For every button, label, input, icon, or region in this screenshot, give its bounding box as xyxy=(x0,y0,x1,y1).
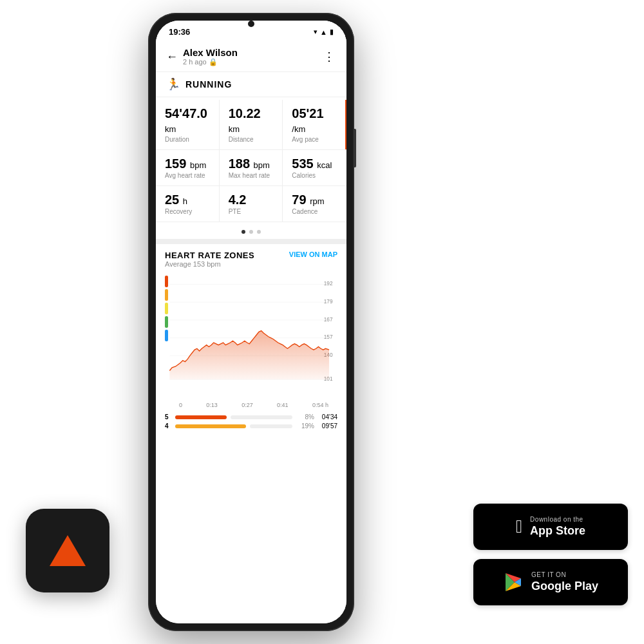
x-label-41: 0:41 xyxy=(277,402,289,408)
bottom-zones: 5 8% 04'34 4 19% 09'57 xyxy=(156,411,346,434)
stat-cadence: 79 rpm Cadence xyxy=(283,186,346,222)
app-content: 19:36 ▾ ▲ ▮ ← Alex Wilson 2 h ago 🔒 xyxy=(156,21,346,623)
zone-5-indicator xyxy=(175,415,227,419)
stat-distance-value: 10.22 km xyxy=(229,106,274,135)
phone-mockup: 19:36 ▾ ▲ ▮ ← Alex Wilson 2 h ago 🔒 xyxy=(148,13,354,631)
stat-max-hr-label: Max heart rate xyxy=(229,172,274,179)
stat-recovery-value: 25 h xyxy=(165,193,210,207)
zone5-bar xyxy=(165,276,168,287)
app-store-button[interactable]:  Download on the App Store xyxy=(473,504,628,550)
stat-pte-label: PTE xyxy=(229,208,274,215)
app-store-sub: Download on the xyxy=(530,515,585,524)
svg-text:157: 157 xyxy=(324,334,333,340)
stat-cadence-value: 79 rpm xyxy=(292,193,337,207)
app-store-main: App Store xyxy=(530,524,585,538)
apple-icon:  xyxy=(516,516,522,537)
zone-row-4: 4 19% 09'57 xyxy=(165,422,337,430)
x-label-54: 0:54 h xyxy=(312,402,328,408)
stat-duration-value: 54'47.0 km xyxy=(165,106,210,135)
wifi-icon: ▾ xyxy=(314,28,317,36)
stat-calories-label: Calories xyxy=(292,172,337,179)
zone-5-num: 5 xyxy=(165,413,171,421)
dot-1[interactable] xyxy=(242,230,245,234)
chart-svg: 192 179 167 157 140 101 xyxy=(165,270,337,399)
x-label-27: 0:27 xyxy=(242,402,253,408)
stat-pace-value: 05'21 /km xyxy=(292,106,336,135)
header-left: ← Alex Wilson 2 h ago 🔒 xyxy=(166,47,238,66)
stats-grid-row1: 54'47.0 km Duration 10.22 km Distance 05… xyxy=(156,100,346,150)
status-time: 19:36 xyxy=(169,27,190,37)
stat-duration: 54'47.0 km Duration xyxy=(156,100,220,149)
status-icons: ▾ ▲ ▮ xyxy=(314,28,334,36)
battery-icon: ▮ xyxy=(330,28,334,36)
google-play-sub: GET IT ON xyxy=(531,571,598,579)
stat-duration-label: Duration xyxy=(165,136,210,143)
svg-text:192: 192 xyxy=(324,280,333,287)
svg-text:167: 167 xyxy=(324,316,333,323)
stat-calories: 535 kcal Calories xyxy=(283,150,346,185)
zone3-bar xyxy=(165,303,168,314)
heart-rate-chart: 192 179 167 157 140 101 xyxy=(165,270,337,399)
x-label-13: 0:13 xyxy=(206,402,218,408)
google-play-icon xyxy=(503,572,524,592)
x-label-0: 0 xyxy=(179,402,182,408)
camera-notch xyxy=(248,21,254,27)
stat-pte: 4.2 PTE xyxy=(220,186,283,222)
hr-title: HEART RATE ZONES xyxy=(165,251,254,260)
phone-screen: 19:36 ▾ ▲ ▮ ← Alex Wilson 2 h ago 🔒 xyxy=(156,21,346,623)
running-icon: 🏃 xyxy=(166,77,180,91)
zone-5-bg xyxy=(231,415,292,419)
google-play-button[interactable]: GET IT ON Google Play xyxy=(473,559,628,605)
stat-avg-hr-label: Avg heart rate xyxy=(165,172,210,179)
google-play-text: GET IT ON Google Play xyxy=(531,571,598,594)
user-name: Alex Wilson xyxy=(183,47,238,58)
x-axis: 0 0:13 0:27 0:41 0:54 h xyxy=(165,399,337,411)
hr-subtitle: Average 153 bpm xyxy=(165,260,254,268)
stats-section: 54'47.0 km Duration 10.22 km Distance 05… xyxy=(156,97,346,225)
zone4-bar xyxy=(165,289,168,301)
pagination-dots xyxy=(156,225,346,239)
zone-4-time: 09'57 xyxy=(318,422,337,430)
stat-recovery: 25 h Recovery xyxy=(156,186,220,222)
stat-max-hr-value: 188 bpm xyxy=(229,156,274,171)
stat-max-hr: 188 bpm Max heart rate xyxy=(220,150,283,185)
zone-4-num: 4 xyxy=(165,422,171,430)
zone1-bar xyxy=(165,330,168,341)
hr-title-block: HEART RATE ZONES Average 153 bpm xyxy=(165,251,254,268)
stat-calories-value: 535 kcal xyxy=(292,156,337,171)
app-header: ← Alex Wilson 2 h ago 🔒 ⋮ xyxy=(156,41,346,72)
zone-row-5: 5 8% 04'34 xyxy=(165,413,337,421)
hr-area-fill xyxy=(169,331,329,380)
zone-4-pct: 19% xyxy=(296,422,314,430)
more-menu-button[interactable]: ⋮ xyxy=(323,50,336,64)
svg-text:179: 179 xyxy=(324,298,333,305)
view-on-map-button[interactable]: VIEW ON MAP xyxy=(289,251,337,258)
zone-4-bg xyxy=(250,424,292,428)
app-store-text: Download on the App Store xyxy=(530,515,585,538)
device-icon xyxy=(26,509,109,592)
stat-distance-label: Distance xyxy=(229,136,274,143)
zone-4-indicator xyxy=(175,424,246,428)
hr-header: HEART RATE ZONES Average 153 bpm VIEW ON… xyxy=(165,251,337,268)
stat-avg-hr: 159 bpm Avg heart rate xyxy=(156,150,220,185)
signal-icon: ▲ xyxy=(320,28,327,36)
section-divider xyxy=(156,239,346,244)
store-buttons:  Download on the App Store GET IT ON Go… xyxy=(473,504,628,605)
stats-grid-row2: 159 bpm Avg heart rate 188 bpm Max heart… xyxy=(156,150,346,186)
google-play-main: Google Play xyxy=(531,579,598,594)
stat-pace: 05'21 /km Avg pace xyxy=(283,100,346,149)
stat-recovery-label: Recovery xyxy=(165,208,210,215)
dot-2[interactable] xyxy=(249,230,253,234)
dot-3[interactable] xyxy=(257,230,261,234)
phone-body: 19:36 ▾ ▲ ▮ ← Alex Wilson 2 h ago 🔒 xyxy=(148,13,354,631)
zone-5-time: 04'34 xyxy=(318,413,337,421)
heart-rate-section: HEART RATE ZONES Average 153 bpm VIEW ON… xyxy=(156,244,346,411)
stats-grid-row3: 25 h Recovery 4.2 PTE 79 rpm Cadence xyxy=(156,186,346,222)
brand-triangle xyxy=(50,535,86,566)
zone-5-pct: 8% xyxy=(296,413,314,421)
stat-distance: 10.22 km Distance xyxy=(220,100,283,149)
zone2-bar xyxy=(165,316,168,328)
header-info: Alex Wilson 2 h ago 🔒 xyxy=(183,47,238,66)
stat-avg-hr-value: 159 bpm xyxy=(165,156,210,171)
back-button[interactable]: ← xyxy=(166,50,178,64)
